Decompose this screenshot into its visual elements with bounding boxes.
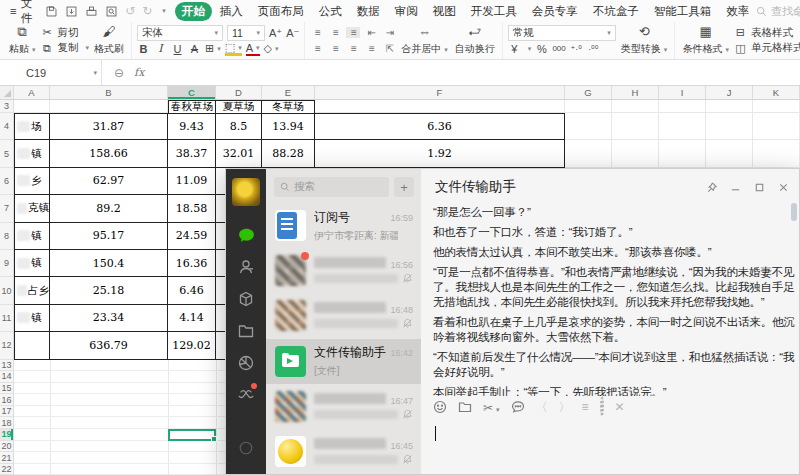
empty-cells[interactable] — [565, 113, 800, 140]
print-icon[interactable] — [85, 5, 98, 18]
column-header-c[interactable]: C — [168, 86, 216, 99]
pin-icon[interactable] — [706, 182, 717, 193]
empty-cells[interactable] — [565, 100, 800, 113]
decrease-decimal-button[interactable]: ·⁰⁰ — [587, 42, 600, 56]
cell-col-c[interactable]: 16.36 — [168, 250, 216, 277]
cell-col-d[interactable]: 8.5 — [216, 113, 262, 140]
cell-a3[interactable] — [14, 100, 50, 113]
cell-col-c[interactable]: 4.14 — [168, 305, 216, 332]
column-header-j[interactable]: J — [706, 86, 753, 99]
increase-indent-icon[interactable]: ⇥ — [382, 27, 396, 38]
row-header[interactable]: 7 — [0, 195, 14, 222]
borders-button[interactable]: ⊞▾ — [205, 42, 221, 56]
favorites-icon[interactable] — [226, 283, 266, 315]
column-header-k[interactable]: K — [753, 86, 800, 99]
row-header[interactable]: 16 — [0, 394, 14, 406]
command-search[interactable]: 查找命令、搜索模板 — [756, 4, 800, 19]
cell-f3[interactable] — [315, 100, 565, 113]
row-header[interactable]: 18 — [0, 417, 14, 429]
select-all-corner[interactable] — [0, 86, 14, 99]
ribbon-tab[interactable]: 公式 — [312, 2, 349, 21]
row-header[interactable]: 21 — [0, 452, 14, 464]
channels-icon[interactable] — [226, 379, 266, 411]
align-right-icon[interactable]: ≡ — [346, 43, 360, 54]
column-header-f[interactable]: F — [315, 86, 565, 99]
percent-button[interactable]: % — [535, 42, 548, 56]
ribbon-tab[interactable]: 不坑盒子 — [586, 2, 646, 21]
settings-gear-icon[interactable] — [600, 398, 604, 416]
row-header[interactable]: 10 — [0, 277, 14, 304]
conditional-format-button[interactable]: ▦ 条件格式▾ — [680, 23, 731, 58]
merge-center-button[interactable]: ⇔ 合并居中▾ — [399, 23, 450, 58]
row-header[interactable]: 20 — [0, 441, 14, 453]
screenshot-icon[interactable]: ✂▾ — [483, 398, 500, 416]
align-left-icon[interactable]: ≡ — [310, 43, 324, 54]
wrap-text-button[interactable]: ⮐ 自动换行 — [453, 23, 497, 58]
row-header[interactable]: 12 — [0, 332, 14, 359]
column-header-d[interactable]: D — [216, 86, 262, 99]
column-header-g[interactable]: G — [565, 86, 612, 99]
cell-col-b[interactable]: 31.87 — [50, 113, 168, 140]
cell-col-c[interactable]: 11.09 — [168, 168, 216, 195]
cell-d3[interactable]: 夏草场 — [216, 100, 262, 113]
cell-col-a[interactable]: 镇 — [14, 140, 50, 167]
minimize-icon[interactable] — [730, 182, 741, 193]
column-header-i[interactable]: I — [659, 86, 706, 99]
cell-col-a[interactable]: 占乡 — [14, 277, 50, 304]
cell-col-c[interactable]: 9.43 — [168, 113, 216, 140]
ribbon-tab[interactable]: 会员专享 — [525, 2, 585, 21]
cell-col-b[interactable]: 158.66 — [50, 140, 168, 167]
row-header[interactable]: 17 — [0, 406, 14, 418]
decrease-indent-icon[interactable]: ⇤ — [364, 27, 378, 38]
cell-col-b[interactable]: 23.34 — [50, 305, 168, 332]
ribbon-tab[interactable]: 审阅 — [388, 2, 425, 21]
cell-col-e[interactable]: 88.28 — [262, 140, 315, 167]
maximize-icon[interactable] — [754, 182, 765, 193]
paste-button[interactable]: ⧉ 粘贴▾ — [7, 23, 38, 58]
column-header-h[interactable]: H — [612, 86, 659, 99]
row-header[interactable]: 3 — [0, 100, 14, 113]
column-header-b[interactable]: B — [50, 86, 168, 99]
cell-col-f[interactable]: 6.36 — [315, 113, 565, 140]
cell-b3[interactable] — [50, 100, 168, 113]
row-header[interactable]: 14 — [0, 371, 14, 383]
moments-icon[interactable] — [226, 347, 266, 379]
cell-col-a[interactable]: 镇 — [14, 250, 50, 277]
cell-col-c[interactable]: 129.02 — [168, 332, 216, 359]
wechat-search-input[interactable]: 搜索 — [274, 177, 389, 197]
prev-page-icon[interactable]: 〈 — [536, 401, 548, 413]
cell-col-a[interactable] — [14, 332, 50, 359]
cell-col-c[interactable]: 38.37 — [168, 140, 216, 167]
name-box[interactable]: C19 ▾ — [0, 60, 102, 85]
chats-icon[interactable] — [226, 219, 266, 251]
ribbon-tab[interactable]: 效率 — [719, 2, 756, 21]
cell-col-b[interactable]: 636.79 — [50, 332, 168, 359]
next-page-icon[interactable]: 〉 — [559, 401, 571, 413]
fill-color-button[interactable]: ⬚▾ — [225, 42, 242, 56]
currency-button[interactable]: ¥ — [508, 42, 521, 56]
cell-col-a[interactable]: 乡 — [14, 168, 50, 195]
add-chat-button[interactable]: + — [394, 177, 414, 197]
increase-decimal-button[interactable]: ⁺·⁰ — [570, 42, 583, 56]
row-header[interactable]: 13 — [0, 360, 14, 372]
italic-button[interactable]: I — [154, 42, 167, 56]
column-header-a[interactable]: A — [14, 86, 50, 99]
align-bottom-icon[interactable]: ≡ — [346, 27, 360, 38]
cell-c3[interactable]: 春秋草场 — [168, 100, 216, 113]
column-header-e[interactable]: E — [262, 86, 315, 99]
align-middle-icon[interactable]: ≡ — [328, 27, 342, 38]
zoom-out-icon[interactable]: ⊖ — [114, 66, 124, 80]
scrollbar-thumb[interactable] — [791, 203, 797, 221]
table-style-button[interactable]: ⊟表格样式▾ — [734, 25, 800, 41]
cell-col-b[interactable]: 25.18 — [50, 277, 168, 304]
font-size-select[interactable]: 11▾ — [227, 25, 265, 41]
chat-list-item[interactable]: 订阅号 16:59 伊宁市零距离: 新疆19个... — [266, 203, 421, 248]
send-file-icon[interactable] — [458, 400, 472, 414]
cell-col-c[interactable]: 18.58 — [168, 195, 216, 222]
eraser-button[interactable]: ◇▾ — [264, 42, 279, 56]
ribbon-tab[interactable]: 视图 — [426, 2, 463, 21]
formula-input[interactable] — [154, 60, 800, 85]
empty-cells[interactable] — [565, 140, 800, 167]
type-convert-button[interactable]: ⟲ 类型转换▾ — [619, 23, 670, 58]
cell-col-b[interactable]: 62.97 — [50, 168, 168, 195]
